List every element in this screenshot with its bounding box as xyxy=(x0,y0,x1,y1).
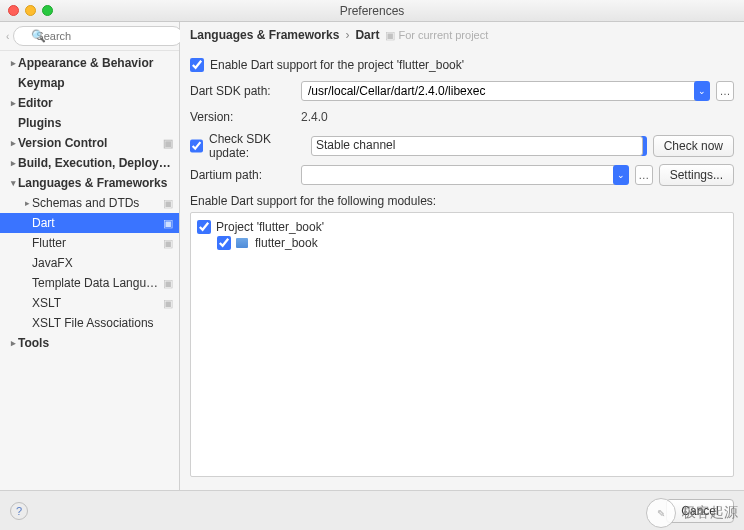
module-child-label: flutter_book xyxy=(255,236,318,250)
sidebar-item-label: XSLT xyxy=(32,296,163,310)
sidebar-item-languages-frameworks[interactable]: ▾Languages & Frameworks xyxy=(0,173,179,193)
sdk-path-browse-button[interactable]: … xyxy=(716,81,734,101)
check-now-button[interactable]: Check now xyxy=(653,135,734,157)
tree-arrow-icon: ▾ xyxy=(8,178,18,188)
sidebar-item-javafx[interactable]: JavaFX xyxy=(0,253,179,273)
sidebar-item-label: Keymap xyxy=(18,76,173,90)
sidebar-item-label: Plugins xyxy=(18,116,173,130)
breadcrumb-root[interactable]: Languages & Frameworks xyxy=(190,28,339,42)
preferences-sidebar: ‹ 🔍 ▸Appearance & BehaviorKeymap▸EditorP… xyxy=(0,22,180,490)
module-child-checkbox[interactable] xyxy=(217,236,231,250)
sdk-path-dropdown-icon[interactable]: ⌄ xyxy=(694,81,710,101)
project-scope-label: For current project xyxy=(398,29,488,41)
sidebar-item-schemas-and-dtds[interactable]: ▸Schemas and DTDs▣ xyxy=(0,193,179,213)
sidebar-item-label: Tools xyxy=(18,336,173,350)
check-sdk-checkbox[interactable] xyxy=(190,139,203,153)
modules-list: Project 'flutter_book' flutter_book xyxy=(190,212,734,477)
version-label: Version: xyxy=(190,110,295,124)
sidebar-item-label: Appearance & Behavior xyxy=(18,56,173,70)
watermark-icon: ✎ xyxy=(646,498,676,528)
settings-btn-label: Settings... xyxy=(670,168,723,182)
help-button[interactable]: ? xyxy=(10,502,28,520)
sidebar-item-label: Version Control xyxy=(18,136,163,150)
module-child-row[interactable]: flutter_book xyxy=(197,235,727,251)
project-scope-note: ▣ For current project xyxy=(385,29,488,42)
sidebar-item-label: Template Data Languages xyxy=(32,276,163,290)
window-titlebar: Preferences xyxy=(0,0,744,22)
tree-arrow-icon: ▸ xyxy=(8,158,18,168)
module-folder-icon xyxy=(236,238,248,248)
sidebar-item-tools[interactable]: ▸Tools xyxy=(0,333,179,353)
breadcrumb: Languages & Frameworks › Dart ▣ For curr… xyxy=(180,22,744,48)
sidebar-item-label: XSLT File Associations xyxy=(32,316,173,330)
sidebar-item-editor[interactable]: ▸Editor xyxy=(0,93,179,113)
breadcrumb-current: Dart xyxy=(355,28,379,42)
sidebar-item-template-data-languages[interactable]: Template Data Languages▣ xyxy=(0,273,179,293)
window-title: Preferences xyxy=(0,4,744,18)
tree-arrow-icon: ▸ xyxy=(8,138,18,148)
search-wrapper: ‹ 🔍 xyxy=(0,22,179,51)
sidebar-item-label: Schemas and DTDs xyxy=(32,196,163,210)
tree-arrow-icon: ▸ xyxy=(8,338,18,348)
project-scope-badge-icon: ▣ xyxy=(163,238,173,249)
sidebar-item-label: Build, Execution, Deployment xyxy=(18,156,173,170)
project-scope-icon: ▣ xyxy=(385,29,395,42)
sidebar-item-label: Languages & Frameworks xyxy=(18,176,173,190)
dartium-path-label: Dartium path: xyxy=(190,168,295,182)
preferences-content: Languages & Frameworks › Dart ▣ For curr… xyxy=(180,22,744,490)
project-scope-badge-icon: ▣ xyxy=(163,138,173,149)
channel-select[interactable]: Stable channel xyxy=(311,136,643,156)
enable-dart-label: Enable Dart support for the project 'flu… xyxy=(210,58,464,72)
sidebar-item-label: Dart xyxy=(32,216,163,230)
sidebar-item-keymap[interactable]: Keymap xyxy=(0,73,179,93)
module-project-checkbox[interactable] xyxy=(197,220,211,234)
dartium-dropdown-icon[interactable]: ⌄ xyxy=(613,165,629,185)
dialog-footer: ? Cancel xyxy=(0,490,744,530)
sidebar-item-label: Editor xyxy=(18,96,173,110)
enable-dart-checkbox[interactable] xyxy=(190,58,204,72)
tree-arrow-icon: ▸ xyxy=(8,58,18,68)
dartium-settings-button[interactable]: Settings... xyxy=(659,164,734,186)
module-project-row[interactable]: Project 'flutter_book' xyxy=(197,219,727,235)
breadcrumb-separator-icon: › xyxy=(345,28,349,42)
watermark: ✎ 极客起源 xyxy=(646,498,738,528)
check-sdk-label: Check SDK update: xyxy=(209,132,305,160)
sidebar-item-flutter[interactable]: Flutter▣ xyxy=(0,233,179,253)
search-history-chevron-icon[interactable]: ‹ xyxy=(6,31,9,42)
dartium-browse-button[interactable]: … xyxy=(635,165,653,185)
project-scope-badge-icon: ▣ xyxy=(163,198,173,209)
check-now-label: Check now xyxy=(664,139,723,153)
sdk-path-label: Dart SDK path: xyxy=(190,84,295,98)
project-scope-badge-icon: ▣ xyxy=(163,298,173,309)
sidebar-item-version-control[interactable]: ▸Version Control▣ xyxy=(0,133,179,153)
sidebar-item-plugins[interactable]: Plugins xyxy=(0,113,179,133)
project-scope-badge-icon: ▣ xyxy=(163,218,173,229)
dartium-path-input[interactable] xyxy=(301,165,625,185)
sidebar-tree: ▸Appearance & BehaviorKeymap▸EditorPlugi… xyxy=(0,51,179,490)
sdk-path-input[interactable] xyxy=(301,81,706,101)
version-value: 2.4.0 xyxy=(301,110,328,124)
modules-label: Enable Dart support for the following mo… xyxy=(190,194,734,208)
watermark-text: 极客起源 xyxy=(682,504,738,522)
sidebar-item-dart[interactable]: Dart▣ xyxy=(0,213,179,233)
sidebar-item-xslt[interactable]: XSLT▣ xyxy=(0,293,179,313)
project-scope-badge-icon: ▣ xyxy=(163,278,173,289)
tree-arrow-icon: ▸ xyxy=(8,98,18,108)
channel-value: Stable channel xyxy=(316,138,395,152)
sidebar-item-appearance-behavior[interactable]: ▸Appearance & Behavior xyxy=(0,53,179,73)
sidebar-item-build-execution-deployment[interactable]: ▸Build, Execution, Deployment xyxy=(0,153,179,173)
sidebar-item-label: JavaFX xyxy=(32,256,173,270)
module-project-label: Project 'flutter_book' xyxy=(216,220,324,234)
tree-arrow-icon: ▸ xyxy=(22,198,32,208)
sidebar-item-label: Flutter xyxy=(32,236,163,250)
sidebar-item-xslt-file-associations[interactable]: XSLT File Associations xyxy=(0,313,179,333)
